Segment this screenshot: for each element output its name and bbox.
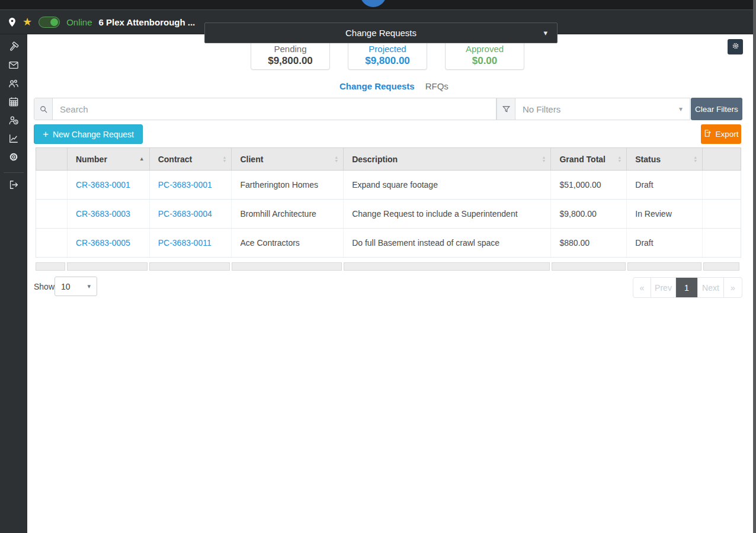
logout-icon xyxy=(8,179,20,192)
column-label: Client xyxy=(240,155,263,164)
table-body: CR-3683-0001 PC-3683-0001 Fartherington … xyxy=(36,171,741,258)
page-next-button[interactable]: Next xyxy=(698,278,724,297)
top-blue-circle xyxy=(360,0,386,7)
search-box xyxy=(34,98,496,120)
sidebar-divider xyxy=(4,172,24,173)
export-label: Export xyxy=(715,130,738,139)
cell-client: Bromhill Architecture xyxy=(232,200,344,228)
table-row: CR-3683-0001 PC-3683-0001 Fartherington … xyxy=(36,171,741,200)
cell-client: Ace Contractors xyxy=(232,229,344,257)
table-footer-strip xyxy=(36,262,741,271)
sidebar-item-schedule[interactable] xyxy=(0,94,27,112)
cell-grand-total: $9,800.00 xyxy=(551,200,627,228)
sidebar-item-settings[interactable] xyxy=(0,149,27,167)
column-header-description[interactable]: Description ▲▼ xyxy=(344,148,551,170)
card-label: Projected xyxy=(369,44,406,54)
cell-status: Draft xyxy=(627,229,703,257)
search-input[interactable] xyxy=(53,98,496,120)
clear-filters-button[interactable]: Clear Filters xyxy=(691,98,742,120)
cell-actions xyxy=(703,171,741,199)
column-label: Number xyxy=(76,155,107,164)
sort-icon: ▲▼ xyxy=(334,156,338,163)
change-request-link[interactable]: CR-3683-0005 xyxy=(76,238,130,248)
card-label: Approved xyxy=(466,44,504,54)
sidebar-item-jobs[interactable] xyxy=(0,38,27,57)
change-requests-table: Number ▲ Contract ▲▼ Client ▲▼ Descripti… xyxy=(36,147,741,258)
sidebar-item-messages[interactable] xyxy=(0,57,27,75)
contract-link[interactable]: PC-3683-0011 xyxy=(158,238,212,248)
contract-link[interactable]: PC-3683-0004 xyxy=(158,209,212,219)
tab-rfqs[interactable]: RFQs xyxy=(425,81,449,91)
column-label: Contract xyxy=(158,155,193,164)
online-label: Online xyxy=(66,17,92,27)
sidebar-item-logout[interactable] xyxy=(0,176,27,195)
cell-contract: PC-3683-0004 xyxy=(150,200,232,228)
search-icon xyxy=(34,98,53,120)
page-first-button[interactable]: « xyxy=(633,278,651,297)
sidebar xyxy=(0,34,27,533)
cell-contract: PC-3683-0001 xyxy=(150,171,232,199)
sort-icon: ▲▼ xyxy=(223,156,227,163)
page-last-button[interactable]: » xyxy=(724,278,742,297)
column-header-select xyxy=(36,148,68,170)
cell-number: CR-3683-0005 xyxy=(68,229,150,257)
cell-select xyxy=(36,229,68,257)
page-size-select[interactable]: 10 ▾ xyxy=(55,277,97,296)
footer-segment xyxy=(232,262,342,271)
sidebar-item-contacts[interactable] xyxy=(0,75,27,94)
sidebar-item-reports[interactable] xyxy=(0,130,27,149)
cell-select xyxy=(36,171,68,199)
page-selector-value: Change Requests xyxy=(345,28,417,38)
cell-description: Expand square footage xyxy=(344,171,551,199)
board-settings-button[interactable] xyxy=(728,39,743,54)
pagination: « Prev 1 Next » xyxy=(633,277,742,298)
clear-filters-label: Clear Filters xyxy=(695,105,738,114)
filter-select[interactable]: No Filters ▾ xyxy=(496,98,690,120)
summary-card-projected: Projected $9,800.00 xyxy=(348,40,427,70)
export-button[interactable]: Export xyxy=(701,124,741,144)
change-request-link[interactable]: CR-3683-0003 xyxy=(76,209,130,219)
page-current[interactable]: 1 xyxy=(676,278,698,297)
favorite-star-icon[interactable]: ★ xyxy=(23,17,32,27)
column-header-number[interactable]: Number ▲ xyxy=(68,148,150,170)
gear-icon xyxy=(8,151,20,165)
column-header-status[interactable]: Status ▲▼ xyxy=(627,148,703,170)
contract-link[interactable]: PC-3683-0001 xyxy=(158,180,212,190)
page-size-value: 10 xyxy=(61,282,71,291)
export-icon xyxy=(703,129,712,139)
tab-change-requests[interactable]: Change Requests xyxy=(339,81,415,91)
column-header-client[interactable]: Client ▲▼ xyxy=(232,148,344,170)
caret-down-icon: ▾ xyxy=(543,28,547,37)
sort-icon: ▲▼ xyxy=(542,156,546,163)
column-header-grand-total[interactable]: Grand Total ▲▼ xyxy=(551,148,627,170)
new-change-request-label: New Change Request xyxy=(53,130,134,139)
column-header-actions xyxy=(703,148,741,170)
person-clock-icon xyxy=(8,114,20,128)
change-request-link[interactable]: CR-3683-0001 xyxy=(76,180,130,190)
new-change-request-button[interactable]: + New Change Request xyxy=(34,124,143,144)
people-icon xyxy=(8,78,20,91)
show-label: Show xyxy=(34,282,55,291)
envelope-icon xyxy=(8,59,20,73)
card-value: $9,800.00 xyxy=(365,55,410,67)
cell-client: Fartherington Homes xyxy=(232,171,344,199)
caret-down-icon: ▾ xyxy=(87,282,91,290)
online-toggle[interactable] xyxy=(39,17,60,28)
cell-grand-total: $880.00 xyxy=(551,229,627,257)
footer-segment xyxy=(149,262,230,271)
sidebar-item-time[interactable] xyxy=(0,112,27,130)
cell-number: CR-3683-0001 xyxy=(68,171,150,199)
footer-segment xyxy=(552,262,626,271)
column-header-contract[interactable]: Contract ▲▼ xyxy=(150,148,232,170)
card-value: $0.00 xyxy=(472,55,498,67)
footer-segment xyxy=(67,262,148,271)
page-prev-button[interactable]: Prev xyxy=(651,278,676,297)
card-value: $9,800.00 xyxy=(268,55,313,67)
calendar-icon xyxy=(8,96,20,110)
page-selector[interactable]: Change Requests ▾ xyxy=(204,23,558,43)
footer-segment xyxy=(627,262,701,271)
cell-contract: PC-3683-0011 xyxy=(150,229,232,257)
project-name: 6 Plex Attenborough ... xyxy=(99,17,196,27)
caret-down-icon: ▾ xyxy=(679,98,690,120)
cell-select xyxy=(36,200,68,228)
